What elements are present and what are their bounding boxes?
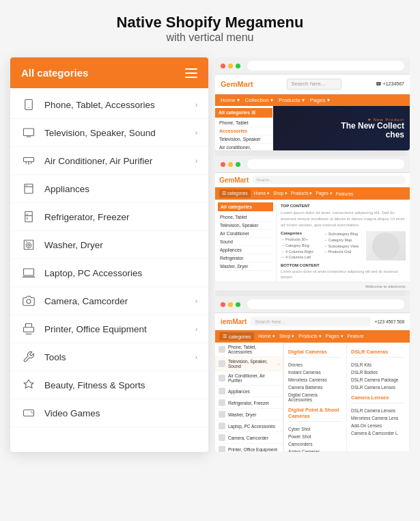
browser2-pages[interactable]: Pages ▾ [316,191,332,196]
hamburger-icon[interactable] [185,68,197,78]
nav-shop[interactable]: Shop ▾ [279,334,294,339]
nav-item-pages[interactable]: Pages ▾ [310,97,330,103]
store-sidebar-item: Television, Speaker [218,222,273,230]
sidebar-icon [219,346,225,353]
list-item[interactable]: Refrigerator, Freezer [10,203,208,231]
sidebar-item[interactable]: Air Conditioner, Air Purifier [215,371,283,386]
browser-mockup-2: GemMart Search... ☰ categories Home ▾ Sh… [215,156,410,291]
menu-item-label: Video Games [44,408,197,418]
megamenu-col1-item[interactable]: Camera Batteries [288,384,342,391]
megamenu-col2-item[interactable]: Camera & Camcorder L [351,429,405,437]
sidebar-icon [219,423,225,429]
sidebar-item-highlighted[interactable]: Television, Speaker, Sound › [215,357,283,371]
browser1-body: All categories ☰ Phone, Tablet Accessori… [215,106,410,150]
sidebar-item[interactable]: Laptop, PC Accessories [215,420,283,432]
megamenu-col2-item[interactable]: Add-On Lenses [351,422,405,429]
megamenu-col2-item[interactable]: DSLR Camera Package [351,376,405,384]
list-item[interactable]: Washer, Dryer [10,231,208,259]
browser2-search[interactable]: Search... [253,176,406,184]
list-item[interactable]: Phone, Tablet, Accessories › [10,91,208,119]
list-item[interactable]: Television, Speaker, Sound › [10,119,208,147]
sidebar-arrow: › [278,362,279,366]
browser2-products[interactable]: Products ▾ [291,191,312,196]
megamenu-col2-item[interactable]: DSLR Camera Lenses [351,407,405,414]
sidebar-item[interactable]: Phone, Tablet, Accessories [215,343,283,357]
list-item[interactable]: Tools › [10,343,208,371]
browser-top-bar-2 [215,156,410,173]
category-mini-item: Air conditioner, [215,144,272,150]
store-sidebar-header: All categories [218,202,273,211]
megamenu-col2-item[interactable]: DSLR Bodies [351,369,405,376]
sidebar-item[interactable]: Refrigerator, Freezer [215,397,283,409]
sidebar-item[interactable]: Camera, Camcorder [215,432,283,444]
nav-home[interactable]: Home ▾ [258,334,275,339]
sidebar-label: Printer, Office Equipment [228,447,277,452]
main-title: Native Shopify Megamenu [117,14,304,31]
list-item[interactable]: Printer, Office Equipment › [10,315,208,343]
browser-dot-red-3 [221,302,225,307]
browser-url-bar [247,61,404,70]
store-sidebar-item: Sound [218,238,273,246]
megamenu-col1-subtitle: Digital Point & Shoot Cameras [288,407,342,422]
browser2-home[interactable]: Home ▾ [254,191,270,196]
svg-point-1 [28,107,29,109]
list-item[interactable]: Beauty, Fitness & Sports [10,371,208,399]
washer-icon [21,237,36,252]
sidebar-item[interactable]: Washer, Dryer [215,409,283,420]
megamenu-col2-item[interactable]: DSLR Kits [351,361,405,369]
category-mini-item: Accessories [215,127,272,135]
camera-icon [21,293,36,308]
browser2-shop[interactable]: Shop ▾ [273,191,288,196]
hero-title: The New Collectches [341,122,404,139]
browser2-features[interactable]: Features [336,191,354,196]
nav-pages[interactable]: Pages ▾ [326,334,344,339]
store-sidebar: All categories Phone, Tablet Television,… [215,200,277,282]
megamenu-col2-item[interactable]: Mirrorless Camera Lens [351,414,405,422]
svg-point-17 [28,244,30,246]
list-item[interactable]: Camera, Camcorder › [10,287,208,315]
category-mini-item: Television, Speaker [215,135,272,144]
svg-point-16 [26,243,31,248]
megamenu-col1-item[interactable]: Cyber Shot [288,425,342,433]
nav-feature[interactable]: Feature [348,334,364,339]
sidebar-label: Washer, Dryer [228,412,256,417]
arrow-icon: › [195,101,197,109]
nav-item-products[interactable]: Products ▾ [279,97,305,103]
list-item[interactable]: Appliances [10,175,208,203]
megamenu-col1-item[interactable]: Camcorders [288,440,342,448]
list-item[interactable]: Air Conditioner, Air Purifier › [10,147,208,175]
megamenu-col1-item[interactable]: Action Cameras [288,448,342,452]
expanded-categories-btn[interactable]: ☰ categories [219,332,254,340]
categories-label: Categories [281,231,320,235]
browser2-categories-btn[interactable]: ☰ categories [219,189,251,198]
sidebar-item[interactable]: Printer, Office Equipment [215,444,283,452]
fridge-icon [21,209,36,224]
product-image-placeholder [366,231,406,260]
nav-item-home[interactable]: Home ▾ [221,97,240,103]
expanded-search[interactable]: Search here... [251,317,370,326]
list-item[interactable]: Laptop, PC Accessories [10,259,208,287]
svg-point-10 [26,185,27,186]
nav-item-collection[interactable]: Collection ▾ [245,97,273,103]
list-item[interactable]: Video Games [10,399,208,427]
expanded-logo: iemMart [221,318,247,325]
sidebar-icon [219,388,225,395]
beauty-icon [21,377,36,392]
megamenu-col2-title: DSLR Cameras [351,349,405,358]
ac-icon [21,153,36,168]
sidebar-item[interactable]: Appliances [215,386,283,397]
nav-products[interactable]: Products ▾ [298,334,322,339]
store-sidebar-item: Phone, Tablet [218,213,273,222]
megamenu-col1-item[interactable]: Mirrorless Cameras [288,376,342,384]
browser-top-bar-3 [215,296,410,313]
megamenu-col1-item[interactable]: Instant Cameras [288,369,342,376]
laptop-icon [21,265,36,280]
megamenu-col1-item[interactable]: Power Shot [288,433,342,440]
gemmart-nav: Home ▾ Collection ▾ Products ▾ Pages ▾ [215,94,410,106]
megamenu-col1-item[interactable]: Digital Camera Accessories [288,391,342,403]
menu-item-label: Appliances [44,184,197,194]
gemmart-search[interactable]: Search here... [287,79,341,90]
megamenu-col2-item[interactable]: DSLR Camera Lenses [351,384,405,391]
tools-icon [21,349,36,364]
megamenu-col1-item[interactable]: Drones [288,361,342,369]
